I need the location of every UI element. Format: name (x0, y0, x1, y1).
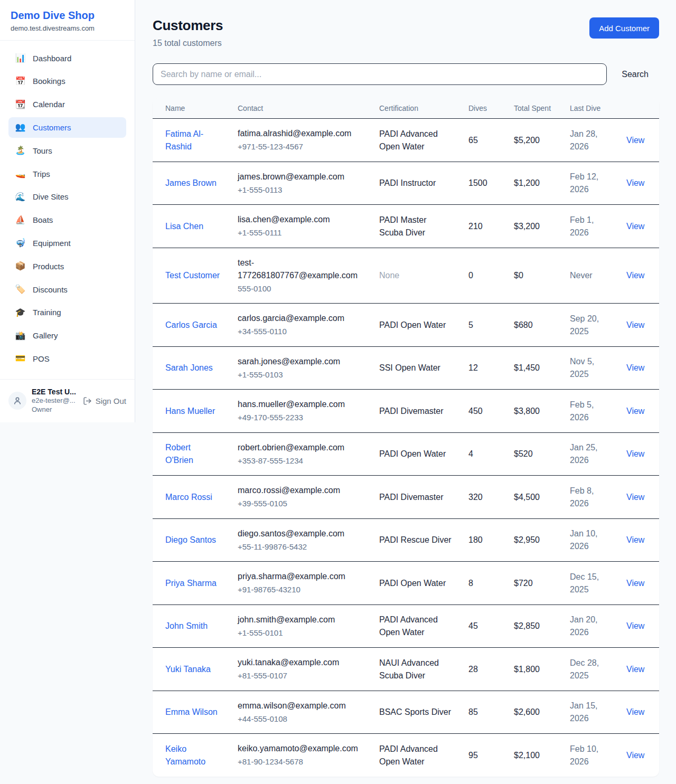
customer-email: emma.wilson@example.com (238, 700, 362, 712)
view-customer-link[interactable]: View (626, 707, 644, 716)
sidebar: Demo Dive Shop demo.test.divestreams.com… (0, 0, 135, 422)
view-customer-link[interactable]: View (626, 363, 644, 372)
customer-last-dive: Feb 5, 2026 (570, 400, 594, 422)
sidebar-header: Demo Dive Shop demo.test.divestreams.com (0, 0, 135, 41)
view-customer-link[interactable]: View (626, 493, 644, 502)
search-bar: Search (153, 63, 659, 85)
table-row: Lisa Chen lisa.chen@example.com +1-555-0… (153, 205, 659, 248)
table-row: Fatima Al-Rashid fatima.alrashid@example… (153, 119, 659, 162)
view-customer-link[interactable]: View (626, 320, 644, 329)
customer-name-link[interactable]: Hans Mueller (165, 407, 215, 415)
customer-name-link[interactable]: Emma Wilson (165, 707, 218, 716)
view-customer-link[interactable]: View (626, 535, 644, 544)
view-customer-link[interactable]: View (626, 178, 644, 187)
sidebar-item-discounts[interactable]: 🏷️ Discounts (8, 279, 126, 300)
customer-email: priya.sharma@example.com (238, 570, 362, 583)
customer-count: 15 total customers (153, 39, 223, 48)
customers-table: Name Contact Certification Dives Total S… (153, 98, 659, 777)
customer-name-link[interactable]: Priya Sharma (165, 579, 217, 588)
customer-certification: PADI Instructor (379, 178, 436, 187)
table-row: Diego Santos diego.santos@example.com +5… (153, 518, 659, 562)
sidebar-item-equipment[interactable]: 🤿 Equipment (8, 233, 126, 253)
customer-name-link[interactable]: Marco Rossi (165, 493, 212, 502)
customer-dives: 320 (468, 493, 483, 502)
customer-dives: 8 (468, 579, 473, 588)
customer-phone: +1-555-0101 (238, 627, 362, 639)
customer-name-link[interactable]: Fatima Al-Rashid (165, 129, 203, 151)
view-customer-link[interactable]: View (626, 449, 644, 458)
customer-name-link[interactable]: Keiko Yamamoto (165, 744, 205, 766)
customer-phone: +34-555-0110 (238, 326, 362, 338)
table-row: James Brown james.brown@example.com +1-5… (153, 162, 659, 205)
customer-last-dive: Sep 20, 2025 (570, 314, 599, 336)
customer-name-link[interactable]: Carlos Garcia (165, 320, 217, 329)
customer-last-dive: Feb 1, 2026 (570, 215, 594, 237)
sidebar-item-label: Training (33, 307, 61, 318)
customer-name-link[interactable]: John Smith (165, 621, 208, 630)
sidebar-item-trips[interactable]: 🚤 Trips (8, 164, 126, 184)
customer-phone: +1-555-0113 (238, 184, 362, 196)
customer-total-spent: $2,850 (514, 621, 540, 630)
view-customer-link[interactable]: View (626, 579, 644, 588)
user-section: E2E Test U... e2e-tester@... Owner Sign … (0, 379, 135, 422)
search-button[interactable]: Search (607, 70, 659, 79)
customer-email: keiko.yamamoto@example.com (238, 742, 362, 755)
customer-dives: 45 (468, 621, 478, 630)
customer-certification: None (379, 271, 399, 280)
sidebar-item-label: Bookings (33, 76, 65, 87)
customer-last-dive: Dec 28, 2025 (570, 658, 599, 680)
calendar-icon: 📆 (15, 99, 26, 110)
sidebar-item-gallery[interactable]: 📸 Gallery (8, 326, 126, 346)
customer-certification: PADI Rescue Diver (379, 535, 452, 544)
shop-domain: demo.test.divestreams.com (11, 24, 124, 32)
sidebar-item-calendar[interactable]: 📆 Calendar (8, 95, 126, 115)
sidebar-item-tours[interactable]: 🏝️ Tours (8, 140, 126, 161)
customer-name-link[interactable]: Lisa Chen (165, 222, 203, 231)
customer-email: carlos.garcia@example.com (238, 312, 362, 325)
shop-name: Demo Dive Shop (11, 9, 124, 22)
view-customer-link[interactable]: View (626, 621, 644, 630)
sidebar-item-products[interactable]: 📦 Products (8, 256, 126, 277)
view-customer-link[interactable]: View (626, 751, 644, 760)
customer-name-link[interactable]: Test Customer (165, 271, 220, 280)
view-customer-link[interactable]: View (626, 222, 644, 231)
customer-total-spent: $680 (514, 320, 533, 329)
user-role: Owner (32, 405, 78, 414)
sidebar-item-dive-sites[interactable]: 🌊 Dive Sites (8, 187, 126, 207)
add-customer-button[interactable]: Add Customer (589, 17, 659, 39)
customer-name-link[interactable]: Sarah Jones (165, 363, 213, 372)
customer-dives: 210 (468, 222, 483, 231)
sidebar-item-pos[interactable]: 💳 POS (8, 348, 126, 369)
customer-dives: 28 (468, 665, 478, 674)
customer-name-link[interactable]: James Brown (165, 178, 217, 187)
view-customer-link[interactable]: View (626, 136, 644, 145)
view-customer-link[interactable]: View (626, 407, 644, 415)
view-customer-link[interactable]: View (626, 271, 644, 280)
sign-out-button[interactable]: Sign Out (83, 396, 126, 405)
customer-dives: 0 (468, 271, 473, 280)
sidebar-item-training[interactable]: 🎓 Training (8, 303, 126, 323)
sidebar-item-boats[interactable]: ⛵ Boats (8, 210, 126, 231)
customer-total-spent: $4,500 (514, 493, 540, 502)
sidebar-item-bookings[interactable]: 📅 Bookings (8, 71, 126, 92)
boats-icon: ⛵ (15, 215, 26, 226)
table-header-row: Name Contact Certification Dives Total S… (153, 98, 659, 119)
tours-icon: 🏝️ (15, 145, 26, 156)
customer-total-spent: $2,950 (514, 535, 540, 544)
equipment-icon: 🤿 (15, 238, 26, 249)
customer-name-link[interactable]: Yuki Tanaka (165, 665, 211, 674)
search-input[interactable] (153, 63, 607, 85)
customer-name-link[interactable]: Robert O'Brien (165, 443, 193, 465)
sidebar-item-customers[interactable]: 👥 Customers (8, 117, 126, 138)
user-meta: E2E Test U... e2e-tester@... Owner (32, 388, 78, 414)
column-header (618, 98, 659, 119)
dashboard-icon: 📊 (15, 53, 26, 64)
customer-phone: +55-11-99876-5432 (238, 541, 362, 553)
customer-email: marco.rossi@example.com (238, 484, 362, 497)
view-customer-link[interactable]: View (626, 665, 644, 674)
customer-certification: PADI Advanced Open Water (379, 744, 438, 766)
customer-last-dive: Jan 20, 2026 (570, 615, 597, 637)
customer-name-link[interactable]: Diego Santos (165, 535, 216, 544)
sidebar-item-dashboard[interactable]: 📊 Dashboard (8, 48, 126, 69)
customer-last-dive: Never (570, 271, 593, 280)
